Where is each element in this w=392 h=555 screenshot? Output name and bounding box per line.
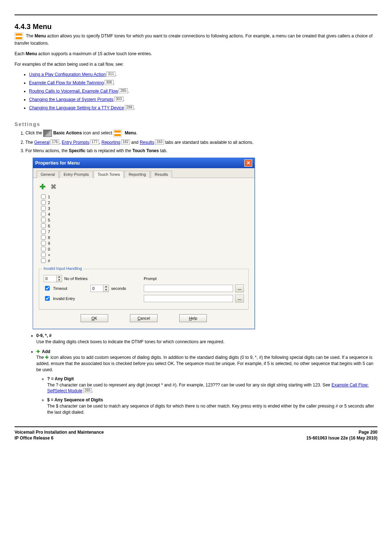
digit-checkbox[interactable] <box>41 229 46 234</box>
invalid-prompt-field[interactable] <box>144 295 233 302</box>
s3e: tab. <box>159 148 167 153</box>
digit-checkbox[interactable] <box>41 223 46 228</box>
s3a: For Menu actions, the <box>25 148 69 153</box>
digit-row: 6 <box>41 223 249 229</box>
dialog-buttons: OK Cancel Help <box>39 309 249 324</box>
p3: For examples of the action being used in… <box>15 61 377 68</box>
page-ref: 182 <box>121 139 130 145</box>
tab-touch-tones[interactable]: Touch Tones <box>94 171 124 178</box>
digit-label: 3 <box>48 206 50 211</box>
digit-label: 7 <box>48 230 50 234</box>
footer-left2: IP Office Release 6 <box>15 436 53 441</box>
digit-checkbox[interactable] <box>41 258 46 263</box>
timeout-checkbox[interactable] <box>45 286 50 291</box>
add-icon: ✚ <box>36 349 41 353</box>
menu-icon <box>15 32 23 40</box>
close-icon[interactable]: ✕ <box>244 159 252 167</box>
p2c: action supports a maximum of 15 active t… <box>37 51 152 56</box>
spin-down-icon[interactable]: ▼ <box>57 279 62 282</box>
digit-checkbox[interactable] <box>41 206 46 211</box>
spin-up-icon[interactable]: ▲ <box>103 285 109 288</box>
tab-general[interactable]: General <box>37 171 59 178</box>
spin-up-icon[interactable]: ▲ <box>57 275 62 279</box>
p1c: action allows you to specify DTMF tones … <box>15 33 372 46</box>
retries-label: No of Retries <box>64 276 87 281</box>
digit-row: 7 <box>41 229 249 235</box>
timeout-input[interactable] <box>91 285 103 292</box>
properties-dialog: Properties for Menu ✕ GeneralEntry Promp… <box>33 158 255 329</box>
digit-label: 8 <box>48 235 50 240</box>
add-text-a: The <box>36 355 45 360</box>
digit-row: 5 <box>41 217 249 223</box>
doc-link[interactable]: Using a Play Configuration Menu Action <box>29 72 106 77</box>
dialog-title: Properties for Menu <box>35 160 80 166</box>
add-icon: ✚ <box>45 355 49 359</box>
page-ref: 265 <box>83 388 92 393</box>
example-link-item: Using a Play Configuration Menu Action31… <box>29 72 377 77</box>
s1e: . <box>136 131 137 136</box>
q-text-b: . <box>92 388 93 393</box>
add-icon[interactable]: ✚ <box>39 183 46 190</box>
timeout-label: Timeout <box>53 286 67 291</box>
doc-link[interactable]: Changing the Language of System Prompts <box>29 97 114 102</box>
footer-right1: Page 200 <box>359 430 377 435</box>
p1a: The <box>26 33 34 39</box>
tab-entry-prompts[interactable]: Entry Prompts <box>60 171 93 178</box>
dialog-titlebar: Properties for Menu ✕ <box>33 158 254 168</box>
s3b: Specific <box>69 148 85 153</box>
s1c: icon and select <box>83 131 113 136</box>
invalid-input-group: Invalid Input Handling ▲▼ No of Retries … <box>39 269 249 309</box>
tab-results[interactable]: Results <box>151 171 172 178</box>
cancel-button[interactable]: Cancel <box>130 314 158 322</box>
tab-link[interactable]: Results <box>140 140 154 145</box>
page-ref: 183 <box>155 139 164 145</box>
digit-checkbox[interactable] <box>41 252 46 257</box>
digit-checkbox[interactable] <box>41 194 46 199</box>
invalid-checkbox[interactable] <box>45 296 50 301</box>
settings-heading: Settings <box>15 121 377 127</box>
doc-link[interactable]: Example Call Flow for Mobile Twinning <box>29 80 104 85</box>
timeout-spinner[interactable]: ▲▼ <box>90 285 109 292</box>
digit-checkbox[interactable] <box>41 235 46 240</box>
doc-link[interactable]: Changing the Language Setting for a TTY … <box>29 105 124 110</box>
invalid-label: Invalid Entry <box>53 296 75 301</box>
page-ref: 303 <box>114 97 123 102</box>
digit-checkbox[interactable] <box>41 200 46 205</box>
browse-icon[interactable]: … <box>235 295 244 303</box>
step-1: Click the Basic Actions icon and select … <box>25 129 377 137</box>
retries-input[interactable] <box>44 275 56 282</box>
delete-icon[interactable]: ✖ <box>50 183 57 190</box>
ok-button[interactable]: OK <box>81 314 108 322</box>
q-text-a: The ? character can be used to represent… <box>47 382 331 388</box>
digit-checkbox-list: 1234567890×# <box>41 194 249 264</box>
help-button[interactable]: Help <box>179 314 207 322</box>
doc-link[interactable]: Routing Calls to Voicemail, Example Call… <box>29 89 118 94</box>
retries-spinner[interactable]: ▲▼ <box>44 275 62 282</box>
example-links: Using a Play Configuration Menu Action31… <box>29 72 377 110</box>
tab-link[interactable]: General <box>34 140 50 145</box>
footer-left1: Voicemail Pro Installation and Maintenan… <box>15 430 104 435</box>
step-2: The General176, Entry Prompts177, Report… <box>25 139 377 146</box>
tab-link[interactable]: Reporting <box>101 140 120 145</box>
timeout-prompt-field[interactable] <box>144 285 233 292</box>
digit-checkbox[interactable] <box>41 241 46 246</box>
s-text: The $ character can be used to match any… <box>47 404 374 415</box>
digit-checkbox[interactable] <box>41 218 46 222</box>
digit-checkbox[interactable] <box>41 247 46 251</box>
s1b: Basic Actions <box>53 131 82 136</box>
example-link-item: Changing the Language Setting for a TTY … <box>29 105 377 110</box>
page-footer: Voicemail Pro Installation and Maintenan… <box>15 426 377 442</box>
browse-icon[interactable]: … <box>235 284 244 292</box>
spin-down-icon[interactable]: ▼ <box>103 288 109 292</box>
digit-label: 0 <box>48 247 50 251</box>
digit-row: 3 <box>41 206 249 211</box>
s3d: Touch Tones <box>132 148 159 153</box>
tab-reporting[interactable]: Reporting <box>124 171 150 178</box>
digit-checkbox[interactable] <box>41 212 46 216</box>
tab-link[interactable]: Entry Prompts <box>62 140 89 145</box>
prompt-label: Prompt <box>144 276 156 281</box>
digit-row: 9 <box>41 240 249 246</box>
groupbox-title: Invalid Input Handling <box>42 266 83 271</box>
digit-row: 0 <box>41 246 249 252</box>
basic-actions-icon <box>43 130 52 137</box>
